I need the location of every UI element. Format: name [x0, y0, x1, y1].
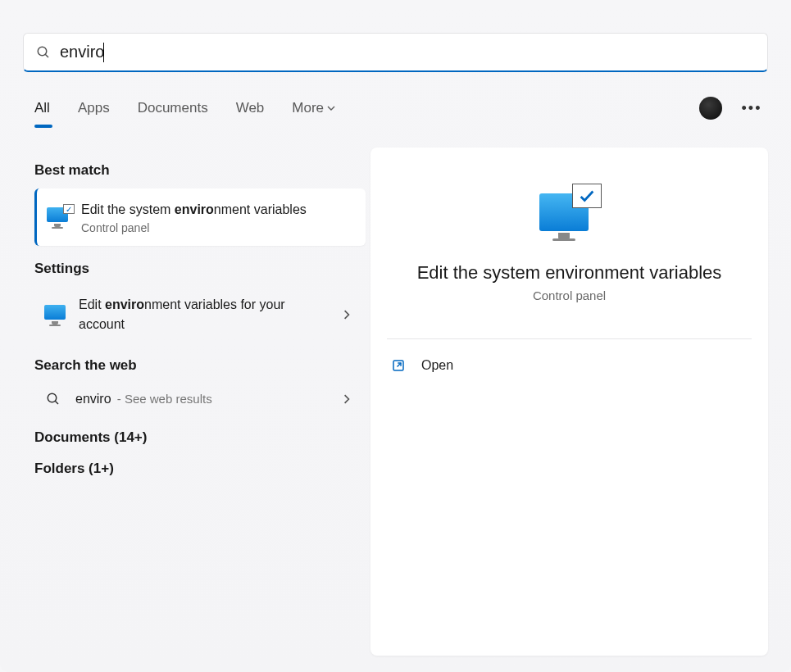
system-settings-large-icon — [538, 184, 602, 241]
section-search-web: Search the web — [34, 357, 366, 374]
result-title: Edit the system environment variables — [81, 200, 354, 220]
svg-line-1 — [45, 54, 48, 57]
result-settings-item[interactable]: Edit environment variables for your acco… — [34, 287, 366, 343]
detail-pane: Edit the system environment variables Co… — [370, 148, 768, 656]
result-web-search[interactable]: enviro - See web results — [34, 384, 366, 415]
search-icon — [46, 392, 61, 406]
result-subtitle: Control panel — [81, 221, 354, 234]
system-settings-icon — [44, 305, 67, 325]
search-input[interactable]: enviro — [60, 43, 104, 62]
svg-line-3 — [55, 401, 58, 404]
chevron-right-icon — [339, 307, 354, 322]
tab-web[interactable]: Web — [236, 100, 265, 116]
system-settings-icon: ✓ — [47, 207, 70, 227]
tab-more[interactable]: More — [292, 100, 335, 116]
section-best-match: Best match — [34, 162, 366, 179]
svg-point-2 — [48, 393, 57, 402]
section-folders[interactable]: Folders (1+) — [34, 461, 366, 477]
search-box[interactable]: enviro — [23, 33, 768, 72]
open-action[interactable]: Open — [387, 349, 752, 382]
web-hint: - See web results — [114, 392, 212, 406]
divider — [387, 338, 752, 339]
search-icon — [35, 44, 52, 61]
user-avatar[interactable] — [699, 97, 722, 120]
more-options-button[interactable]: ••• — [740, 97, 763, 120]
result-title: Edit environment variables for your acco… — [79, 295, 328, 334]
detail-title: Edit the system environment variables — [417, 262, 722, 284]
chevron-right-icon — [339, 392, 354, 406]
result-best-match[interactable]: ✓ Edit the system environment variables … — [34, 188, 366, 246]
tab-documents[interactable]: Documents — [138, 100, 208, 116]
open-label: Open — [421, 358, 453, 373]
section-settings: Settings — [34, 261, 366, 277]
tab-apps[interactable]: Apps — [78, 100, 110, 116]
open-external-icon — [390, 357, 407, 374]
svg-point-0 — [38, 47, 47, 56]
chevron-down-icon — [327, 104, 335, 112]
tab-all[interactable]: All — [34, 100, 50, 116]
section-documents[interactable]: Documents (14+) — [34, 429, 366, 446]
detail-subtitle: Control panel — [533, 288, 606, 302]
web-term: enviro — [75, 392, 111, 406]
